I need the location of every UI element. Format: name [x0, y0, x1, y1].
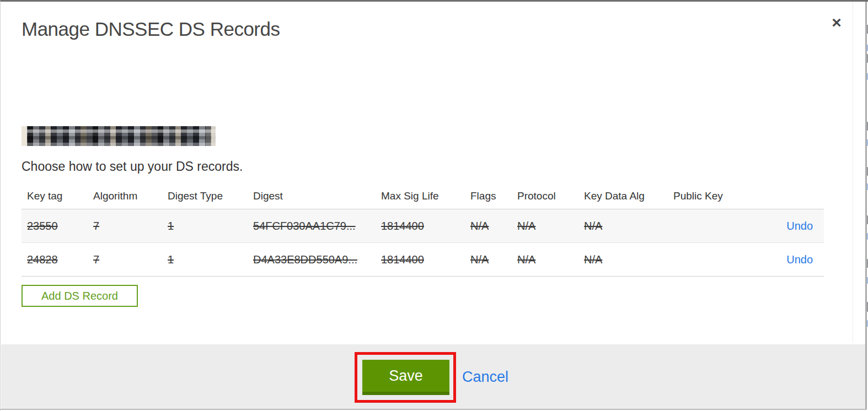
cell-algorithm: 7: [88, 253, 162, 266]
cell-digest-type: 1: [162, 253, 248, 266]
column-header-public-key: Public Key: [668, 190, 753, 202]
undo-link[interactable]: Undo: [786, 253, 813, 266]
column-header-key-data-alg: Key Data Alg: [578, 190, 668, 202]
cell-actions: Undo: [753, 253, 824, 266]
cell-algorithm: 7: [88, 220, 162, 232]
column-header-key-tag: Key tag: [22, 190, 88, 202]
table-row: 23550 7 1 54FCF030AA1C79... 1814400 N/A …: [22, 209, 824, 243]
highlight-annotation-red-box: Save: [355, 352, 456, 403]
cell-max-sig-life: 1814400: [376, 253, 465, 266]
cell-actions: Undo: [753, 220, 824, 232]
cell-key-data-alg: N/A: [578, 253, 668, 266]
close-icon[interactable]: ×: [827, 13, 846, 33]
table-header-row: Key tag Algorithm Digest Type Digest Max…: [22, 183, 824, 209]
column-header-flags: Flags: [465, 190, 512, 202]
cell-flags: N/A: [465, 253, 512, 266]
modal-footer: Save Cancel: [1, 344, 865, 409]
cell-digest: D4A33E8DD550A9...: [248, 253, 376, 266]
add-ds-record-button[interactable]: Add DS Record: [22, 285, 138, 307]
ds-records-table: Key tag Algorithm Digest Type Digest Max…: [22, 183, 824, 277]
undo-link[interactable]: Undo: [786, 220, 813, 232]
cell-digest-type: 1: [162, 220, 248, 232]
cell-digest: 54FCF030AA1C79...: [248, 220, 376, 232]
table-row: 24828 7 1 D4A33E8DD550A9... 1814400 N/A …: [22, 243, 824, 277]
cell-flags: N/A: [465, 220, 512, 232]
dnssec-modal-window: Manage DNSSEC DS Records × Choose how to…: [0, 0, 868, 411]
window-bottom-border: [1, 409, 867, 410]
window-right-border: [865, 2, 867, 409]
scrollbar-track: [853, 2, 853, 343]
instruction-text: Choose how to set up your DS records.: [22, 159, 243, 174]
column-header-digest-type: Digest Type: [162, 190, 248, 202]
cell-protocol: N/A: [512, 220, 578, 232]
page-title: Manage DNSSEC DS Records: [22, 18, 280, 40]
column-header-max-sig-life: Max Sig Life: [376, 190, 465, 202]
cell-max-sig-life: 1814400: [376, 220, 465, 232]
redacted-domain-name: [22, 126, 216, 146]
column-header-algorithm: Algorithm: [88, 190, 162, 202]
cancel-link[interactable]: Cancel: [462, 369, 508, 386]
column-header-protocol: Protocol: [512, 190, 578, 202]
cell-key-data-alg: N/A: [578, 220, 668, 232]
cell-key-tag: 23550: [22, 220, 88, 232]
cell-key-tag: 24828: [22, 253, 88, 266]
cell-protocol: N/A: [512, 253, 578, 266]
save-button[interactable]: Save: [362, 360, 449, 395]
column-header-digest: Digest: [248, 190, 376, 202]
